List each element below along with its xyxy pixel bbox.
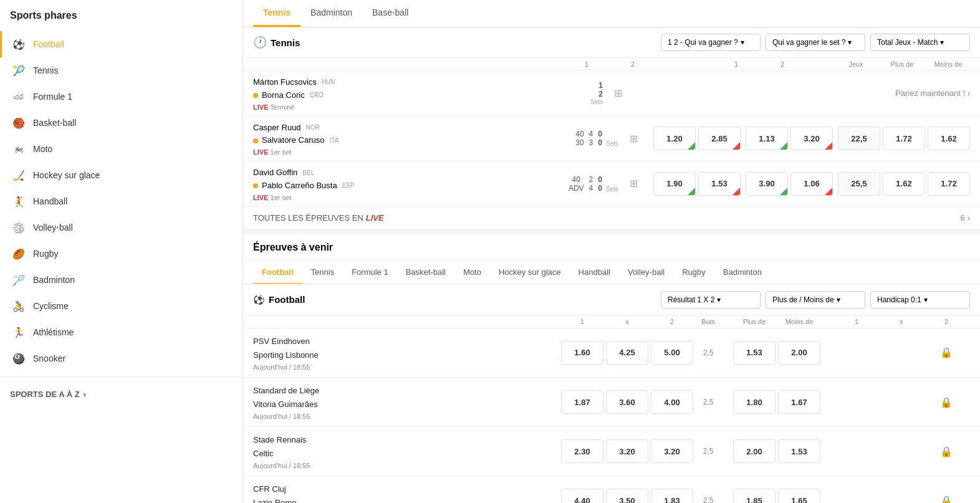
football-odds-2[interactable]: 1.83 <box>651 489 693 503</box>
sidebar-item-handball[interactable]: 🤾 Handball <box>0 188 243 214</box>
football-odds-1[interactable]: 1.87 <box>561 390 603 414</box>
tennis-odds-2[interactable]: 2.85 <box>698 127 741 150</box>
tennis-jeux: 22,5 <box>838 127 880 150</box>
football-odds-x[interactable]: 3.50 <box>606 489 648 503</box>
football-moins[interactable]: 1.53 <box>778 439 820 463</box>
football-plus[interactable]: 2.00 <box>733 439 776 463</box>
football-odds-x[interactable]: 4.25 <box>606 341 648 365</box>
serve-dot <box>253 93 258 98</box>
sidebar-item-formule1[interactable]: 🏎 Formule 1 <box>0 84 243 110</box>
tennis-tab-badminton[interactable]: Badminton <box>300 0 362 27</box>
tennis-plus[interactable]: 1.72 <box>883 127 925 150</box>
result-odds: 1.60 4.25 5.00 <box>559 341 696 365</box>
sport-tab-tennis[interactable]: Tennis <box>302 261 343 285</box>
sport-tabs: FootballTennisFormule 1Basket-ballMotoHo… <box>243 261 980 285</box>
tennis-odds-set2[interactable]: 1.06 <box>790 172 833 196</box>
tennis-odds-set2[interactable]: 3.20 <box>790 127 833 150</box>
col-buts: Buts <box>696 318 721 325</box>
tennis-odds-set1[interactable]: 3.90 <box>746 172 788 196</box>
sidebar-item-moto[interactable]: 🏍 Moto <box>0 136 243 162</box>
all-live-link[interactable]: TOUTES LES ÉPREUVES EN LIVE 6 › <box>243 207 980 229</box>
pariez-link[interactable]: Pariez maintenant ! › <box>633 89 970 98</box>
tennis-filter1[interactable]: 1 2 - Qui va gagner ? ▾ <box>661 34 761 51</box>
lock-icon: 🔒 <box>940 446 953 457</box>
football-odds-1[interactable]: 1.60 <box>561 341 603 365</box>
sidebar-item-football[interactable]: ⚽ Football <box>0 31 243 57</box>
col-moins: Moins de <box>778 318 820 325</box>
sport-tab-volley-ball[interactable]: Volley-ball <box>619 261 673 285</box>
football-match-info: Stade Rennais Celtic Aujourd'hui / 18:55 <box>253 433 559 469</box>
football-odds-x[interactable]: 3.60 <box>606 390 648 414</box>
sidebar-item-volley[interactable]: 🏐 Volley-ball <box>0 214 243 241</box>
sidebar-item-hockey[interactable]: 🏒 Hockey sur glace <box>0 162 243 188</box>
team1: PSV Eindhoven <box>253 335 559 348</box>
football-moins[interactable]: 1.65 <box>778 489 820 503</box>
team2: Celtic <box>253 447 559 461</box>
sport-tab-hockey-sur-glace[interactable]: Hockey sur glace <box>490 261 570 285</box>
sidebar-item-tennis[interactable]: 🎾 Tennis <box>0 57 243 84</box>
football-odds-2[interactable]: 5.00 <box>651 341 693 365</box>
sidebar-item-rugby[interactable]: 🏉 Rugby <box>0 241 243 267</box>
lock-icon: 🔒 <box>940 347 953 358</box>
sidebar-item-badminton[interactable]: 🏸 Badminton <box>0 267 243 293</box>
football-icon: ⚽ <box>253 294 265 305</box>
tennis-odds-set1[interactable]: 1.13 <box>746 127 788 150</box>
sports-az-link[interactable]: SPORTS DE A À Z › <box>0 382 243 406</box>
tennis-icon: 🎾 <box>12 64 26 77</box>
chevron-down-icon: ▾ <box>741 38 744 47</box>
tennis-moins[interactable]: 1.72 <box>928 172 970 196</box>
football-odds-2[interactable]: 3.20 <box>651 439 693 463</box>
pm-odds: 1.85 1.65 <box>721 489 833 503</box>
rugby-icon: 🏉 <box>12 247 26 261</box>
football-moins[interactable]: 1.67 <box>778 390 820 414</box>
tennis-moins[interactable]: 1.62 <box>928 127 970 150</box>
sport-tab-handball[interactable]: Handball <box>570 261 619 285</box>
player1: David Goffin BEL <box>253 166 569 180</box>
formule1-icon: 🏎 <box>12 90 26 103</box>
tennis-odds-2[interactable]: 1.53 <box>698 172 741 196</box>
pm-odds: 1.53 2.00 <box>721 341 833 365</box>
football-odds-1[interactable]: 2.30 <box>561 439 603 463</box>
sport-tab-rugby[interactable]: Rugby <box>673 261 714 285</box>
football-match-info: PSV Eindhoven Sporting Lisbonne Aujourd'… <box>253 335 559 371</box>
sidebar-item-athletisme[interactable]: 🏃 Athlétisme <box>0 319 243 345</box>
match-status: LIVE Terminé <box>253 103 590 111</box>
handicap-odds: 🔒 <box>833 347 970 358</box>
sidebar-item-snooker[interactable]: 🎱 Snooker <box>0 345 243 371</box>
team2: Lazio Rome <box>253 496 559 503</box>
stats-icon[interactable]: ⊞ <box>623 178 643 189</box>
football-odds-2[interactable]: 4.00 <box>651 390 693 414</box>
football-odds-1[interactable]: 4.40 <box>561 489 603 503</box>
football-match-info: Standard de Liège Vitoria Guimarães Aujo… <box>253 384 559 420</box>
tennis-tab-tennis[interactable]: Tennis <box>253 0 300 27</box>
tennis-filter2[interactable]: Qui va gagner le set ? ▾ <box>766 34 865 51</box>
tennis-odds-1[interactable]: 1.90 <box>653 172 696 196</box>
col-h2: 2 <box>925 318 968 325</box>
sport-tab-football[interactable]: Football <box>253 261 302 285</box>
col-plus: Plus de <box>733 318 776 325</box>
sidebar-item-basketball[interactable]: 🏀 Basket-ball <box>0 110 243 136</box>
football-plus[interactable]: 1.53 <box>733 341 776 365</box>
football-plus[interactable]: 1.80 <box>733 390 776 414</box>
stats-icon[interactable]: ⊞ <box>623 133 643 145</box>
match-info: Casper Ruud NOR Salvatore Caruso ITA LIV… <box>253 122 575 156</box>
football-filter2[interactable]: Plus de / Moins de ▾ <box>766 291 865 309</box>
sport-tab-badminton[interactable]: Badminton <box>714 261 771 285</box>
col-hx: x <box>880 318 923 325</box>
football-filter3[interactable]: Handicap 0:1 ▾ <box>870 291 970 309</box>
football-moins[interactable]: 2.00 <box>778 341 820 365</box>
sport-tab-basket-ball[interactable]: Basket-ball <box>397 261 454 285</box>
tennis-tab-base-ball[interactable]: Base-ball <box>362 0 418 27</box>
tennis-filter3[interactable]: Total Jeux - Match ▾ <box>870 34 970 51</box>
sport-tab-moto[interactable]: Moto <box>454 261 490 285</box>
sidebar-item-cyclisme[interactable]: 🚴 Cyclisme <box>0 293 243 319</box>
sidebar-item-label: Handball <box>33 196 67 206</box>
football-odds-x[interactable]: 3.20 <box>606 439 648 463</box>
sport-tab-formule-1[interactable]: Formule 1 <box>343 261 397 285</box>
epreuves-header: Épreuves à venir <box>243 234 980 261</box>
football-plus[interactable]: 1.85 <box>733 489 776 503</box>
football-filter1[interactable]: Résultat 1 X 2 ▾ <box>661 291 761 309</box>
stats-icon[interactable]: ⊞ <box>608 87 628 99</box>
tennis-plus[interactable]: 1.62 <box>883 172 925 196</box>
tennis-odds-1[interactable]: 1.20 <box>653 127 696 150</box>
